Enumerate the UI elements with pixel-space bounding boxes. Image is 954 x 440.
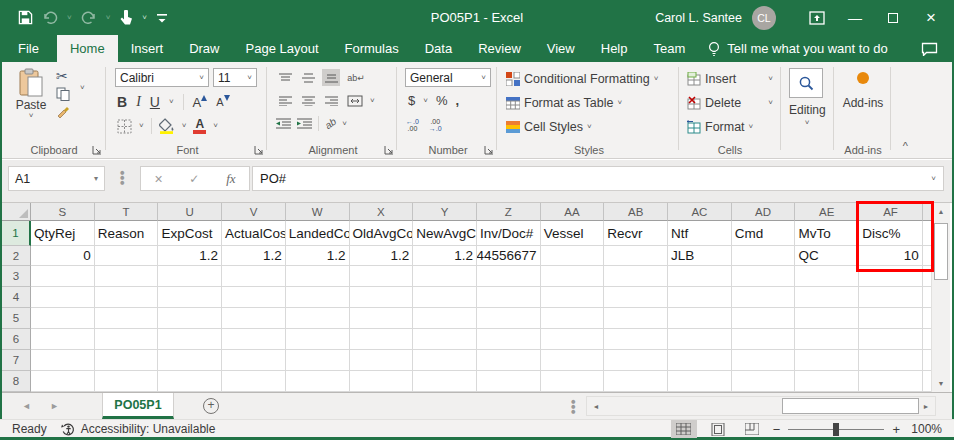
expand-formula-bar-icon[interactable]: ˅ <box>931 175 936 183</box>
page-layout-view-icon[interactable] <box>705 420 731 438</box>
cell-Y1[interactable]: NewAvgC <box>413 221 477 246</box>
tab-data[interactable]: Data <box>412 35 465 62</box>
cell-AC2[interactable]: JLB <box>668 246 732 266</box>
cell-Y4[interactable] <box>413 287 477 308</box>
cell-AA2[interactable] <box>541 246 605 266</box>
cell-X6[interactable] <box>350 329 414 350</box>
number-dialog-launcher-icon[interactable] <box>484 145 494 155</box>
minimize-button[interactable]: — <box>836 0 874 35</box>
cell-W7[interactable] <box>286 350 350 371</box>
maximize-button[interactable] <box>874 0 912 35</box>
fill-color-icon[interactable] <box>159 118 175 134</box>
cell-T2[interactable] <box>95 246 159 266</box>
cell-AA6[interactable] <box>541 329 605 350</box>
tell-me-box[interactable]: Tell me what you want to do <box>698 35 897 62</box>
cell-W1[interactable]: LandedCo <box>286 221 350 246</box>
cell-AE7[interactable] <box>795 350 859 371</box>
row-header-6[interactable]: 6 <box>2 329 31 350</box>
number-format-select[interactable]: General˅ <box>405 68 491 87</box>
bold-button[interactable]: B <box>117 94 127 110</box>
cell-AB6[interactable] <box>604 329 668 350</box>
row-header-2[interactable]: 2 <box>2 246 31 266</box>
cell-U7[interactable] <box>158 350 222 371</box>
cell-T5[interactable] <box>95 308 159 329</box>
redo-dropdown-icon[interactable]: ˅ <box>106 14 111 22</box>
cell-AB5[interactable] <box>604 308 668 329</box>
middle-align-icon[interactable] <box>299 69 317 86</box>
cell-W4[interactable] <box>286 287 350 308</box>
cell-U4[interactable] <box>158 287 222 308</box>
column-header-V[interactable]: V <box>222 203 286 221</box>
tab-draw[interactable]: Draw <box>176 35 232 62</box>
cell-V7[interactable] <box>222 350 286 371</box>
row-header-4[interactable]: 4 <box>2 287 31 308</box>
accessibility-status[interactable]: Accessibility: Unavailable <box>61 422 216 436</box>
cell-Y2[interactable]: 1.2 <box>413 246 477 266</box>
column-header-Z[interactable]: Z <box>477 203 541 221</box>
cell-Z1[interactable]: Inv/Doc# <box>477 221 541 246</box>
cell-AE4[interactable] <box>795 287 859 308</box>
cell-AD5[interactable] <box>732 308 796 329</box>
center-icon[interactable] <box>299 92 317 109</box>
cell-AF8[interactable] <box>859 371 923 392</box>
column-header-AD[interactable]: AD <box>732 203 796 221</box>
orientation-icon[interactable]: ab <box>323 116 338 131</box>
cell-AC3[interactable] <box>668 266 732 287</box>
clipboard-dialog-launcher-icon[interactable] <box>92 145 102 155</box>
grow-font-button[interactable]: A <box>193 95 208 110</box>
cell-T7[interactable] <box>95 350 159 371</box>
cut-icon[interactable]: ✂ <box>56 68 70 84</box>
cell-V2[interactable]: 1.2 <box>222 246 286 266</box>
cell-AD8[interactable] <box>732 371 796 392</box>
cell-S6[interactable] <box>31 329 95 350</box>
cell-S2[interactable]: 0 <box>31 246 95 266</box>
insert-cells-button[interactable]: Insert ˅ <box>687 67 773 90</box>
cell-T4[interactable] <box>95 287 159 308</box>
tab-formulas[interactable]: Formulas <box>332 35 412 62</box>
cell-X8[interactable] <box>350 371 414 392</box>
align-left-icon[interactable] <box>276 92 294 109</box>
cell-T8[interactable] <box>95 371 159 392</box>
undo-dropdown-icon[interactable]: ˅ <box>67 14 72 22</box>
increase-indent-icon[interactable] <box>297 118 312 129</box>
accounting-dropdown-icon[interactable]: ˅ <box>423 97 428 105</box>
zoom-slider-thumb[interactable] <box>833 423 839 436</box>
font-size-select[interactable]: 11˅ <box>213 68 257 87</box>
tab-help[interactable]: Help <box>588 35 641 62</box>
decrease-decimal-icon[interactable]: .00→.0 <box>429 118 442 132</box>
new-sheet-icon[interactable]: + <box>203 398 219 414</box>
cell-Y3[interactable] <box>413 266 477 287</box>
comment-icon[interactable] <box>921 35 938 62</box>
cell-V3[interactable] <box>222 266 286 287</box>
cell-Z6[interactable] <box>477 329 541 350</box>
italic-button[interactable]: I <box>136 94 141 110</box>
tab-file[interactable]: File <box>0 35 57 62</box>
cell-X1[interactable]: OldAvgCo <box>350 221 414 246</box>
delete-cells-button[interactable]: Delete ˅ <box>687 91 773 114</box>
column-header-X[interactable]: X <box>350 203 414 221</box>
cell-S1[interactable]: QtyRej <box>31 221 95 246</box>
merge-dropdown-icon[interactable]: ˅ <box>370 97 375 105</box>
cell-AE2[interactable]: QC <box>795 246 859 266</box>
insert-function-icon[interactable]: fx <box>226 171 235 187</box>
tab-home[interactable]: Home <box>57 35 118 62</box>
cell-AD6[interactable] <box>732 329 796 350</box>
cell-AF6[interactable] <box>859 329 923 350</box>
cell-AB3[interactable] <box>604 266 668 287</box>
tab-team[interactable]: Team <box>641 35 699 62</box>
name-box-dropdown-icon[interactable]: ▾ <box>94 174 98 183</box>
tab-insert[interactable]: Insert <box>118 35 177 62</box>
bottom-align-icon[interactable] <box>322 69 340 86</box>
avatar[interactable]: CL <box>752 6 776 30</box>
cell-AB7[interactable] <box>604 350 668 371</box>
cell-AC1[interactable]: Ntf <box>668 221 732 246</box>
copy-icon[interactable] <box>56 87 70 101</box>
column-header-AB[interactable]: AB <box>604 203 668 221</box>
redo-button[interactable] <box>81 11 97 24</box>
cell-Z7[interactable] <box>477 350 541 371</box>
cell-W3[interactable] <box>286 266 350 287</box>
cell-AA8[interactable] <box>541 371 605 392</box>
cell-Z4[interactable] <box>477 287 541 308</box>
formula-input[interactable]: PO# ˅ <box>252 166 944 191</box>
addins-button[interactable]: Add-ins <box>836 72 890 110</box>
